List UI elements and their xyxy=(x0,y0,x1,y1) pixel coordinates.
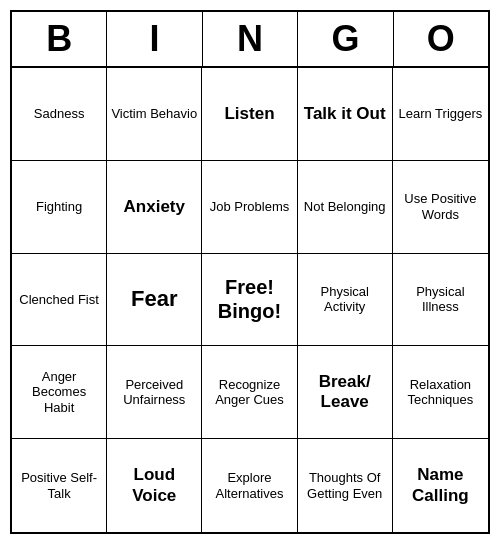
header-letter-O: O xyxy=(394,12,488,66)
bingo-cell-16: Perceived Unfairness xyxy=(107,346,202,439)
bingo-cell-21: Loud Voice xyxy=(107,439,202,532)
bingo-cell-23: Thoughts Of Getting Even xyxy=(298,439,393,532)
bingo-cell-3: Talk it Out xyxy=(298,68,393,161)
bingo-cell-10: Clenched Fist xyxy=(12,254,107,347)
bingo-cell-18: Break/ Leave xyxy=(298,346,393,439)
bingo-cell-22: Explore Alternatives xyxy=(202,439,297,532)
bingo-cell-15: Anger Becomes Habit xyxy=(12,346,107,439)
bingo-cell-7: Job Problems xyxy=(202,161,297,254)
bingo-cell-9: Use Positive Words xyxy=(393,161,488,254)
header-letter-I: I xyxy=(107,12,202,66)
bingo-cell-11: Fear xyxy=(107,254,202,347)
bingo-cell-6: Anxiety xyxy=(107,161,202,254)
bingo-cell-14: Physical Illness xyxy=(393,254,488,347)
bingo-cell-20: Positive Self-Talk xyxy=(12,439,107,532)
bingo-cell-2: Listen xyxy=(202,68,297,161)
bingo-grid: SadnessVictim BehavioListenTalk it OutLe… xyxy=(12,68,488,532)
bingo-cell-13: Physical Activity xyxy=(298,254,393,347)
bingo-card: BINGO SadnessVictim BehavioListenTalk it… xyxy=(10,10,490,534)
header-letter-N: N xyxy=(203,12,298,66)
bingo-header: BINGO xyxy=(12,12,488,68)
bingo-cell-24: Name Calling xyxy=(393,439,488,532)
bingo-cell-19: Relaxation Techniques xyxy=(393,346,488,439)
bingo-cell-4: Learn Triggers xyxy=(393,68,488,161)
header-letter-B: B xyxy=(12,12,107,66)
bingo-cell-12: Free! Bingo! xyxy=(202,254,297,347)
header-letter-G: G xyxy=(298,12,393,66)
bingo-cell-5: Fighting xyxy=(12,161,107,254)
bingo-cell-0: Sadness xyxy=(12,68,107,161)
bingo-cell-1: Victim Behavio xyxy=(107,68,202,161)
bingo-cell-17: Recognize Anger Cues xyxy=(202,346,297,439)
bingo-cell-8: Not Belonging xyxy=(298,161,393,254)
